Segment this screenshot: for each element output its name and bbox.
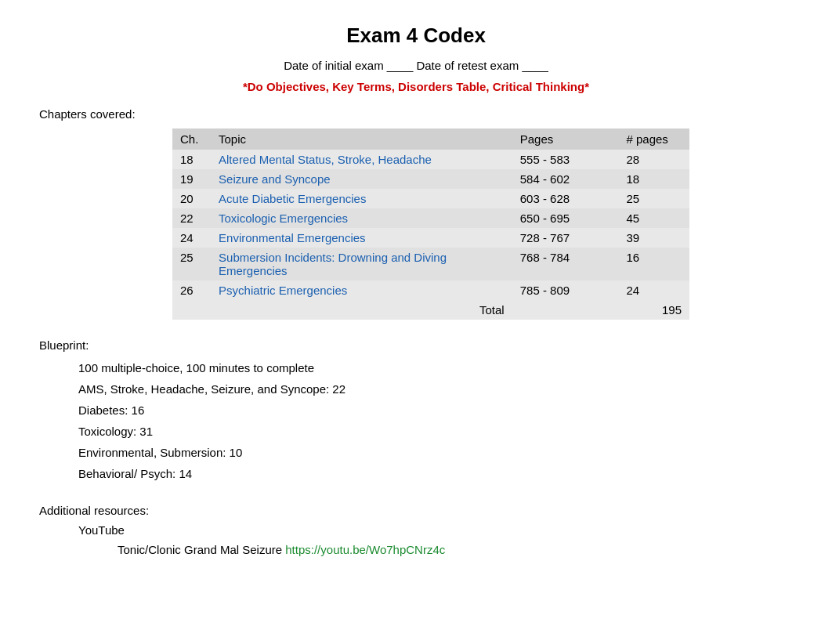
cell-topic: Acute Diabetic Emergencies	[211, 189, 512, 208]
total-ch-cell	[172, 300, 211, 320]
cell-topic: Submersion Incidents: Drowning and Divin…	[211, 248, 512, 280]
chapters-table-wrapper: Ch. Topic Pages # pages 18Altered Mental…	[172, 128, 793, 320]
table-row: 26Psychiatric Emergencies785 - 80924	[172, 280, 689, 300]
cell-pages: 728 - 767	[512, 228, 619, 248]
cell-ch: 18	[172, 150, 211, 169]
cell-ch: 25	[172, 248, 211, 280]
cell-pages: 584 - 602	[512, 169, 619, 189]
cell-npages: 28	[618, 150, 689, 169]
blueprint-item: Toxicology: 31	[78, 425, 793, 438]
table-row: 25Submersion Incidents: Drowning and Div…	[172, 248, 689, 280]
cell-topic: Toxicologic Emergencies	[211, 208, 512, 228]
table-row: 22Toxicologic Emergencies650 - 69545	[172, 208, 689, 228]
youtube-item: Tonic/Clonic Grand Mal Seizure https://y…	[118, 543, 793, 556]
cell-npages: 16	[618, 248, 689, 280]
page-title: Exam 4 Codex	[39, 24, 793, 48]
total-label-cell: Total	[211, 300, 512, 320]
topic-link[interactable]: Seizure and Syncope	[219, 172, 331, 186]
cell-pages: 555 - 583	[512, 150, 619, 169]
table-row: 19Seizure and Syncope584 - 60218	[172, 169, 689, 189]
total-value-cell: 195	[618, 300, 689, 320]
cell-ch: 24	[172, 228, 211, 248]
cell-npages: 24	[618, 280, 689, 300]
total-row: Total195	[172, 300, 689, 320]
cell-npages: 39	[618, 228, 689, 248]
cell-ch: 22	[172, 208, 211, 228]
exam-dates: Date of initial exam ____ Date of retest…	[39, 59, 793, 72]
topic-link[interactable]: Psychiatric Emergencies	[219, 284, 347, 297]
cell-pages: 785 - 809	[512, 280, 619, 300]
table-row: 20Acute Diabetic Emergencies603 - 62825	[172, 189, 689, 208]
seizure-description: Tonic/Clonic Grand Mal Seizure	[118, 543, 282, 556]
cell-pages: 603 - 628	[512, 189, 619, 208]
youtube-label: YouTube	[78, 523, 793, 537]
chapters-label: Chapters covered:	[39, 107, 793, 121]
cell-topic: Psychiatric Emergencies	[211, 280, 512, 300]
blueprint-item: Environmental, Submersion: 10	[78, 446, 793, 459]
cell-npages: 18	[618, 169, 689, 189]
seizure-link[interactable]: https://youtu.be/Wo7hpCNrz4c	[285, 543, 445, 556]
table-row: 18Altered Mental Status, Stroke, Headach…	[172, 150, 689, 169]
table-row: 24Environmental Emergencies728 - 76739	[172, 228, 689, 248]
col-header-ch: Ch.	[172, 128, 211, 150]
blueprint-item: Diabetes: 16	[78, 403, 793, 417]
additional-section: Additional resources: YouTube Tonic/Clon…	[39, 504, 793, 556]
cell-pages: 768 - 784	[512, 248, 619, 280]
objectives-note: *Do Objectives, Key Terms, Disorders Tab…	[39, 80, 793, 93]
additional-label: Additional resources:	[39, 504, 793, 517]
cell-topic: Altered Mental Status, Stroke, Headache	[211, 150, 512, 169]
cell-npages: 45	[618, 208, 689, 228]
blueprint-item: AMS, Stroke, Headache, Seizure, and Sync…	[78, 382, 793, 396]
topic-link[interactable]: Environmental Emergencies	[219, 231, 366, 244]
total-pages-cell	[512, 300, 619, 320]
col-header-pages: Pages	[512, 128, 619, 150]
topic-link[interactable]: Altered Mental Status, Stroke, Headache	[219, 153, 432, 166]
topic-link[interactable]: Toxicologic Emergencies	[219, 212, 348, 225]
cell-ch: 26	[172, 280, 211, 300]
blueprint-item: 100 multiple-choice, 100 minutes to comp…	[78, 361, 793, 374]
cell-ch: 19	[172, 169, 211, 189]
topic-link[interactable]: Acute Diabetic Emergencies	[219, 192, 366, 205]
topic-link[interactable]: Submersion Incidents: Drowning and Divin…	[219, 251, 447, 277]
table-header-row: Ch. Topic Pages # pages	[172, 128, 689, 150]
blueprint-section: Blueprint: 100 multiple-choice, 100 minu…	[39, 338, 793, 480]
col-header-npages: # pages	[618, 128, 689, 150]
cell-topic: Environmental Emergencies	[211, 228, 512, 248]
cell-ch: 20	[172, 189, 211, 208]
col-header-topic: Topic	[211, 128, 512, 150]
blueprint-label: Blueprint:	[39, 338, 793, 352]
blueprint-item: Behavioral/ Psych: 14	[78, 467, 793, 480]
cell-pages: 650 - 695	[512, 208, 619, 228]
chapters-table: Ch. Topic Pages # pages 18Altered Mental…	[172, 128, 689, 320]
cell-npages: 25	[618, 189, 689, 208]
cell-topic: Seizure and Syncope	[211, 169, 512, 189]
